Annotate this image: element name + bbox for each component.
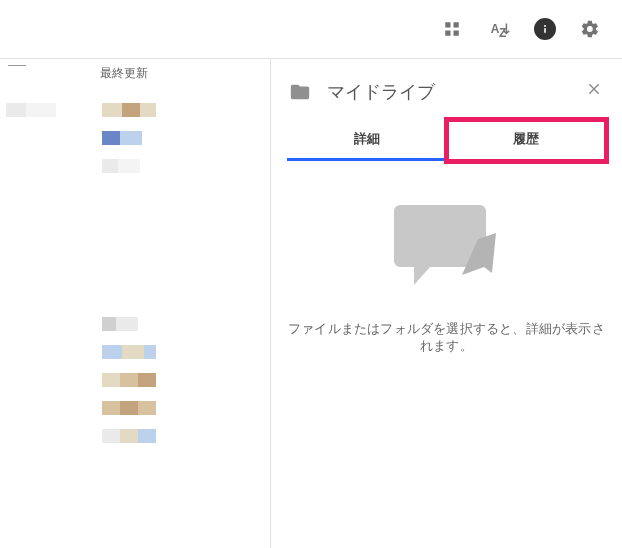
- svg-rect-3: [454, 31, 459, 36]
- empty-state-hint: ファイルまたはフォルダを選択すると、詳細が表示されます。: [287, 321, 606, 355]
- panel-title: マイドライブ: [327, 80, 582, 104]
- list-item[interactable]: [0, 96, 270, 124]
- svg-rect-7: [544, 28, 546, 33]
- svg-rect-0: [445, 22, 450, 27]
- info-icon[interactable]: [534, 18, 556, 40]
- panel-tabs: 詳細 履歴: [287, 120, 606, 161]
- tab-details[interactable]: 詳細: [287, 120, 447, 161]
- list-item[interactable]: [0, 366, 270, 394]
- column-divider: [8, 65, 26, 66]
- panel-header: マイドライブ: [271, 77, 622, 120]
- list-item[interactable]: [0, 310, 270, 338]
- svg-rect-2: [445, 31, 450, 36]
- list-item[interactable]: [0, 394, 270, 422]
- grid-view-icon[interactable]: [438, 15, 466, 43]
- empty-state-icon: [392, 201, 502, 295]
- svg-point-6: [544, 25, 546, 27]
- file-list: [0, 96, 270, 450]
- list-item[interactable]: [0, 338, 270, 366]
- list-item[interactable]: [0, 124, 270, 152]
- list-item[interactable]: [0, 152, 270, 180]
- settings-gear-icon[interactable]: [576, 15, 604, 43]
- file-list-pane: 最終更新: [0, 59, 270, 548]
- details-panel: マイドライブ 詳細 履歴 ファイルまたはフォルダを選択すると、詳細が表示されます…: [270, 59, 622, 548]
- toolbar: AZ: [0, 0, 622, 59]
- list-item[interactable]: [0, 422, 270, 450]
- folder-icon: [287, 81, 313, 103]
- content-area: 最終更新: [0, 59, 622, 548]
- column-header-modified[interactable]: 最終更新: [0, 59, 270, 88]
- panel-body: ファイルまたはフォルダを選択すると、詳細が表示されます。: [271, 161, 622, 355]
- close-icon[interactable]: [582, 77, 606, 106]
- tab-activity[interactable]: 履歴: [447, 120, 607, 161]
- svg-rect-1: [454, 22, 459, 27]
- sort-az-icon[interactable]: AZ: [486, 15, 514, 43]
